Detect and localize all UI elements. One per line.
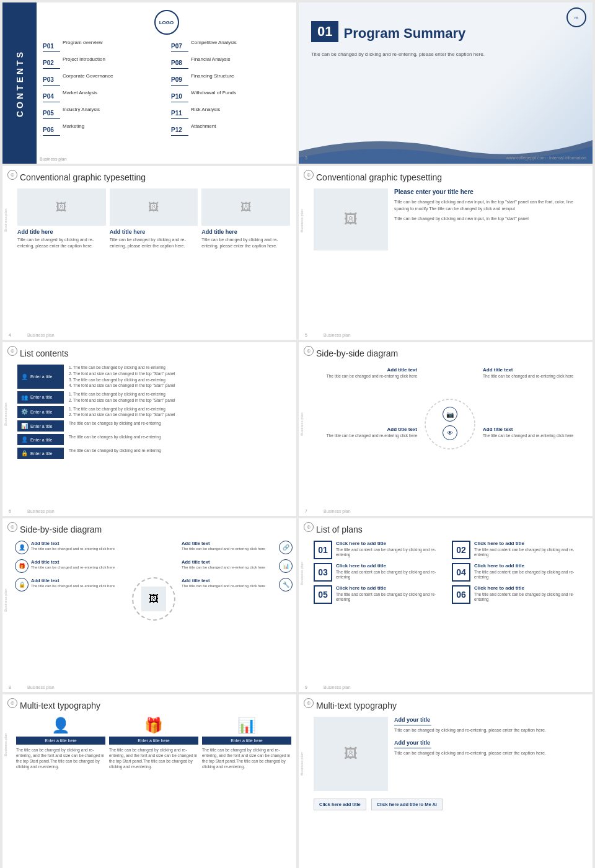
contents-item: P02 Project Introduction (43, 55, 162, 70)
plan-num: 03 (314, 563, 332, 582)
side-label-8: Business plan (299, 560, 305, 586)
list-btn[interactable]: 👥 Enter a title (17, 391, 64, 404)
multi-desc: The title can be changed by clicking and… (202, 747, 291, 769)
diag-left-2-title: Add title text (310, 427, 417, 432)
list-btn[interactable]: 📊 Enter a title (17, 420, 64, 432)
plan-title[interactable]: Click here to add title (336, 541, 448, 546)
list-text-item: 3. The title can be changed by clicking … (69, 377, 290, 383)
slide3-header: Conventional graphic typesetting (2, 166, 296, 186)
slide4-footer: Business plan (324, 333, 351, 337)
side6-icon: 👤 (15, 541, 29, 554)
slide3-page: 4 (9, 333, 11, 337)
side6-text: Add title text The title can be changed … (31, 541, 126, 552)
plan-item: 06 Click here to add title The title and… (452, 585, 586, 604)
side6-text: Add title text The title can be changed … (31, 559, 126, 570)
plan-desc: The title and content can be changed by … (474, 592, 586, 603)
slide4-header: Conventional graphic typesetting (299, 166, 593, 186)
plan-num: 04 (452, 563, 470, 582)
side6-desc: The title can be changed and re-entering… (31, 565, 126, 570)
plan-item: 02 Click here to add title The title and… (452, 541, 586, 559)
side6-center: 🖼 (129, 541, 178, 657)
contents-label: Corporate Governance (63, 73, 113, 79)
list-btn-label: Enter a title (30, 438, 52, 442)
contents-item: P12 Attachment (171, 122, 290, 137)
contents-label: Market Analysis (63, 90, 97, 96)
plan-item: 04 Click here to add title The title and… (452, 563, 586, 582)
slide3-img: 🖼 (17, 188, 106, 226)
list-btn[interactable]: 🔒 Enter a title (17, 448, 64, 459)
slide3-col: 🖼 Add title here Title can be changed by… (17, 188, 106, 249)
diag-center-icon2: 👁 (443, 425, 457, 440)
side6-title: Add title text (182, 559, 276, 565)
slide-list-contents: © List contents Business plan 👤 Enter a … (2, 342, 296, 516)
slide-top-icon-9: © (7, 698, 17, 708)
diag-center-icon1: 📷 (443, 407, 457, 422)
list-row: 👤 Enter a title The title can be changes… (17, 434, 290, 445)
plan-item: 03 Click here to add title The title and… (314, 563, 448, 582)
diag-left-2-desc: The title can be changed and re-entering… (310, 433, 417, 438)
contents-label: Withdrawal of Funds (191, 90, 236, 96)
side6-icon: 🔒 (15, 578, 29, 591)
diag-left-1-desc: The title can be changed and re-entering… (310, 374, 417, 379)
multi-col: 📊 Enter a title here The title can be ch… (202, 717, 291, 769)
contents-item: P03 Corporate Governance (43, 72, 162, 87)
multi-icon: 👤 (16, 717, 105, 734)
side6-icon: 🎁 (15, 559, 29, 573)
multi-btn[interactable]: Enter a title here (16, 737, 105, 745)
click-title-2[interactable]: Click here add title Io Me Ai (371, 799, 443, 810)
plan-title[interactable]: Click here to add title (474, 585, 586, 591)
diag-right-2-desc: The title can be changed and re-entering… (483, 433, 590, 438)
image-icon: 🖼 (56, 201, 67, 214)
slide10-title2: Add your title (394, 740, 586, 746)
contents-num: P04 (43, 93, 54, 100)
side6-item-right: 🔧 Add title text The title can be change… (182, 578, 293, 591)
slide7-header: Side-by-side diagram (2, 518, 296, 538)
multi-btn[interactable]: Enter a title here (202, 737, 291, 745)
slide-program-summary: m 01 Program Summary Title can be change… (299, 2, 593, 164)
contents-label: Project Introduction (63, 56, 105, 63)
slide5-footer: Business plan (27, 509, 55, 513)
slide8-header: List of plans (299, 518, 593, 538)
plan-title[interactable]: Click here to add title (474, 541, 586, 546)
slide3-col-desc: Title can be changed by clicking and re-… (110, 237, 198, 249)
list-btn[interactable]: 👤 Enter a title (17, 365, 64, 389)
multi-col: 🎁 Enter a title here The title can be ch… (109, 717, 198, 769)
list-row: ⚙️ Enter a title 1. The title can be cha… (17, 406, 290, 418)
slide3-col-title: Add title here (110, 229, 198, 235)
slide7-footer: Business plan (27, 685, 55, 689)
list-btn[interactable]: ⚙️ Enter a title (17, 406, 64, 418)
list-text: 1. The title can be changed by clicking … (69, 406, 290, 418)
list-btn[interactable]: 👤 Enter a title (17, 434, 64, 445)
list-btn-icon: 👤 (21, 436, 28, 443)
slide-top-icon-5: © (7, 346, 17, 356)
side6-text: Add title text The title can be changed … (182, 559, 276, 570)
plan-title[interactable]: Click here to add title (336, 563, 448, 569)
side-label-10: Business plan (299, 751, 305, 776)
slide8-page: 9 (305, 685, 307, 689)
side6-item-left: 👤 Add title text The title can be change… (15, 541, 126, 554)
diag-right-1-desc: The title can be changed and re-entering… (483, 374, 590, 379)
contents-label: Marketing (63, 123, 84, 130)
contents-footer: Business plan (40, 157, 67, 161)
plan-title[interactable]: Click here to add title (336, 585, 448, 591)
multi-btn[interactable]: Enter a title here (109, 737, 198, 745)
list-text-item: 1. The title can be changed by clicking … (69, 365, 290, 371)
list-text: 1. The title can be changed by clicking … (69, 365, 290, 389)
slide-contents: CONTENTS LOGO P01 Program overview P07 (2, 2, 296, 164)
slide4-desc2: Title can be changed by clicking and new… (394, 216, 586, 223)
contents-num: P12 (171, 126, 182, 133)
side6-item-left: 🎁 Add title text The title can be change… (15, 559, 126, 573)
plan-title[interactable]: Click here to add title (474, 563, 586, 569)
click-title-1[interactable]: Click here add title (314, 799, 366, 810)
side6-img: 🖼 (141, 587, 166, 611)
slide-conventional-left: © Conventional graphic typesetting Busin… (2, 166, 296, 340)
slide-top-icon-10: © (304, 698, 314, 708)
list-text-item: 1. The title can be changed by clicking … (69, 391, 290, 397)
list-text-item: The title can be changes by clicking and… (69, 434, 290, 440)
slide3-col-desc: Title can be changed by clicking and re-… (17, 237, 106, 249)
slide6-header: Side-by-side diagram (299, 342, 593, 362)
list-row: 🔒 Enter a title The title can be changed… (17, 448, 290, 459)
list-btn-label: Enter a title (30, 374, 52, 379)
plan-desc: The title and content can be changed by … (474, 570, 586, 580)
slide-conventional-right: © Conventional graphic typesetting Busin… (299, 166, 593, 340)
